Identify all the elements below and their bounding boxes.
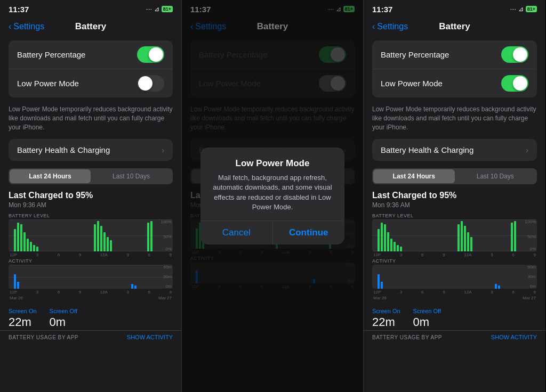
status-bar-left: 11:37 ···· ⊿ 81+ [0, 0, 181, 17]
tab-selector-left: Last 24 Hours Last 10 Days [9, 168, 173, 184]
battery-percentage-toggle-left[interactable] [137, 46, 164, 63]
status-bar-right: 11:37 ···· ⊿ 81+ [364, 0, 545, 17]
show-activity-right[interactable]: SHOW ACTIVITY [491, 334, 537, 340]
activity-chart-right: 60m 30m 0m [372, 265, 537, 289]
back-chevron-left: ‹ [9, 22, 11, 31]
battery-time-labels-right: 12P 3 6 9 12A 3 6 9 [372, 252, 537, 257]
tab-10d-right[interactable]: Last 10 Days [455, 169, 536, 183]
desc-text-left: Low Power Mode temporarily reduces backg… [0, 102, 181, 137]
screen-on-value-right: 22m [372, 315, 400, 329]
screen-off-value-left: 0m [50, 315, 77, 329]
desc-text-right: Low Power Mode temporarily reduces backg… [364, 102, 545, 137]
nav-title-left: Battery [75, 21, 107, 32]
battery-percentage-row-left: Battery Percentage [9, 40, 173, 69]
low-power-toggle-right[interactable] [501, 75, 528, 92]
nav-bar-right: ‹ Settings Battery [364, 17, 545, 36]
modal-title: Low Power Mode [211, 158, 334, 169]
status-icons-left: ···· ⊿ 81+ [146, 5, 173, 13]
nav-title-right: Battery [439, 21, 470, 32]
status-time-right: 11:37 [372, 5, 392, 14]
battery-percentage-toggle-right[interactable] [501, 46, 528, 63]
wifi-icon-right: ⊿ [518, 5, 524, 13]
activity-label-right: ACTIVITY [372, 258, 537, 264]
tab-selector-right: Last 24 Hours Last 10 Days [372, 168, 537, 184]
battery-chart-left: 100% 50% 0% [9, 219, 173, 251]
back-button-right[interactable]: ‹ Settings [372, 22, 408, 31]
activity-label-left: ACTIVITY [9, 258, 173, 264]
battery-health-label-right: Battery Health & Charging [381, 145, 473, 154]
battery-health-label-left: Battery Health & Charging [17, 145, 110, 154]
battery-health-chevron-right: › [526, 146, 528, 154]
battery-percentage-label-right: Battery Percentage [381, 50, 449, 59]
usage-label-left: BATTERY USAGE BY APP [9, 334, 78, 340]
status-icons-right: ···· ⊿ 81+ [510, 5, 537, 13]
tab-24h-right[interactable]: Last 24 Hours [373, 169, 455, 183]
status-time-left: 11:37 [9, 5, 29, 14]
low-power-row-left: Low Power Mode [9, 69, 173, 97]
charge-info-left: Last Charged to 95% [9, 191, 173, 200]
signal-dots-right: ···· [510, 6, 516, 12]
phone-panel-left: 11:37 ···· ⊿ 81+ ‹ Settings Battery Batt… [0, 0, 182, 392]
modal-actions: Cancel Continue [200, 220, 344, 244]
settings-section-right: Battery Percentage Low Power Mode [372, 40, 537, 97]
screen-off-label-right: Screen Off [413, 308, 441, 314]
battery-percentage-label-left: Battery Percentage [17, 50, 85, 59]
low-power-label-right: Low Power Mode [381, 79, 443, 88]
battery-health-chevron-left: › [162, 146, 164, 154]
charge-info-right: Last Charged to 95% [372, 191, 537, 200]
wifi-icon-left: ⊿ [154, 5, 159, 13]
low-power-label-left: Low Power Mode [17, 79, 79, 88]
screen-stats-right: Screen On 22m Screen Off 0m [364, 305, 545, 330]
activity-time-labels-right: 12P 3 6 9 12A 3 6 9 [372, 290, 537, 295]
tab-24h-left[interactable]: Last 24 Hours [10, 169, 91, 183]
screen-on-label-left: Screen On [9, 308, 37, 314]
usage-label-right: BATTERY USAGE BY APP [372, 334, 442, 340]
battery-level-label-right: BATTERY LEVEL [372, 213, 537, 218]
screen-off-value-right: 0m [413, 315, 441, 329]
screen-on-label-right: Screen On [372, 308, 400, 314]
low-power-toggle-left[interactable] [137, 75, 164, 92]
modal-confirm-button[interactable]: Continue [272, 221, 345, 244]
charge-date-left: Mon 9:36 AM [9, 201, 173, 209]
settings-section-left: Battery Percentage Low Power Mode [9, 40, 173, 97]
battery-health-row-left[interactable]: Battery Health & Charging › [9, 139, 173, 161]
activity-chart-left: 60m 30m 0m [9, 265, 173, 289]
modal-overlay-middle: Low Power Mode Mail fetch, background ap… [182, 0, 363, 392]
battery-badge-left: 81+ [162, 6, 173, 12]
battery-usage-row-left: BATTERY USAGE BY APP SHOW ACTIVITY [0, 330, 181, 344]
nav-bar-left: ‹ Settings Battery [0, 17, 181, 36]
battery-usage-row-right: BATTERY USAGE BY APP SHOW ACTIVITY [364, 330, 545, 344]
battery-chart-right: 100% 50% 0% [372, 219, 537, 251]
back-chevron-right: ‹ [372, 22, 375, 31]
low-power-row-right: Low Power Mode [372, 69, 537, 97]
charge-date-right: Mon 9:36 AM [372, 201, 537, 209]
battery-time-labels-left: 12P 3 6 9 12A 3 6 9 [9, 252, 173, 257]
battery-level-label-left: BATTERY LEVEL [9, 213, 173, 218]
phone-panel-middle: 11:37 ···· ⊿ 81+ ‹ Settings Battery Batt… [182, 0, 364, 392]
chart-section-right: Last Charged to 95% Mon 9:36 AM BATTERY … [364, 187, 545, 305]
battery-percentage-row-right: Battery Percentage [372, 40, 537, 69]
battery-badge-right: 81+ [526, 6, 537, 12]
modal-cancel-button[interactable]: Cancel [200, 221, 272, 244]
low-power-modal: Low Power Mode Mail fetch, background ap… [200, 148, 344, 244]
tab-10d-left[interactable]: Last 10 Days [91, 169, 172, 183]
modal-body: Mail fetch, background app refresh, auto… [211, 173, 334, 212]
back-button-left[interactable]: ‹ Settings [9, 22, 44, 31]
modal-content: Low Power Mode Mail fetch, background ap… [200, 148, 344, 220]
phone-panel-right: 11:37 ···· ⊿ 81+ ‹ Settings Battery Batt… [364, 0, 545, 392]
show-activity-left[interactable]: SHOW ACTIVITY [127, 334, 173, 340]
screen-off-label-left: Screen Off [50, 308, 77, 314]
battery-health-row-right[interactable]: Battery Health & Charging › [372, 139, 537, 161]
chart-section-left: Last Charged to 95% Mon 9:36 AM BATTERY … [0, 187, 181, 305]
signal-dots-left: ···· [146, 6, 152, 12]
activity-time-labels-left: 12P 3 6 9 12A 3 6 9 [9, 290, 173, 295]
screen-on-value-left: 22m [9, 315, 37, 329]
screen-stats-left: Screen On 22m Screen Off 0m [0, 305, 181, 330]
